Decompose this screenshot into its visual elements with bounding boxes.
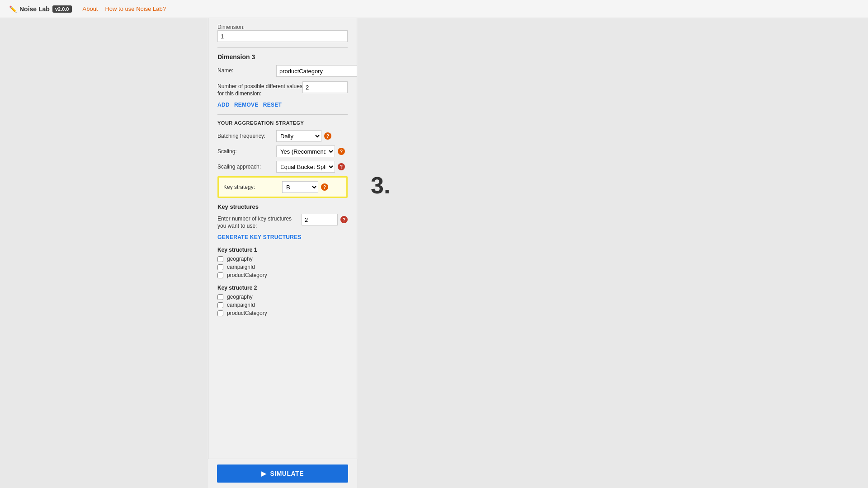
nav-links: About How to use Noise Lab? bbox=[83, 5, 166, 12]
simulate-play-icon: ▶ bbox=[261, 470, 267, 477]
ks1-campaignid-label: campaignId bbox=[227, 264, 255, 270]
simulate-button[interactable]: ▶ SIMULATE bbox=[217, 465, 348, 483]
dimension-top-partial: Dimension: bbox=[217, 23, 348, 42]
divider-2 bbox=[217, 114, 348, 115]
reset-link[interactable]: RESET bbox=[263, 102, 282, 108]
values-label: Number of possible different values for … bbox=[217, 81, 302, 97]
ks1-productcategory-label: productCategory bbox=[227, 272, 267, 278]
pencil-icon: ✏️ bbox=[9, 5, 17, 13]
key-structure-2-block: Key structure 2 geography campaignId pro… bbox=[217, 285, 348, 316]
scaling-approach-row: Scaling approach: Equal Bucket Split ? bbox=[217, 161, 348, 173]
scaling-approach-select[interactable]: Equal Bucket Split bbox=[276, 161, 335, 173]
ks2-productcategory-label: productCategory bbox=[227, 310, 267, 316]
ks2-productcategory-row: productCategory bbox=[217, 310, 348, 316]
batching-help-icon[interactable]: ? bbox=[324, 132, 331, 140]
name-label: Name: bbox=[217, 65, 276, 75]
name-input[interactable] bbox=[276, 65, 357, 77]
ks-count-row: Enter number of key structures you want … bbox=[217, 214, 348, 230]
key-strategy-help-icon[interactable]: ? bbox=[321, 183, 328, 191]
key-structure-1-title: Key structure 1 bbox=[217, 247, 348, 253]
ks2-geography-row: geography bbox=[217, 294, 348, 300]
name-row: Name: bbox=[217, 65, 348, 77]
ks2-campaignid-row: campaignId bbox=[217, 302, 348, 308]
add-link[interactable]: ADD bbox=[217, 102, 230, 108]
aggregation-section: YOUR AGGREGATION STRATEGY Batching frequ… bbox=[217, 120, 348, 198]
ks2-geography-label: geography bbox=[227, 294, 253, 300]
ks2-campaignid-label: campaignId bbox=[227, 302, 255, 308]
key-structures-section: Key structures Enter number of key struc… bbox=[217, 203, 348, 316]
ks2-productcategory-checkbox[interactable] bbox=[217, 310, 223, 316]
batching-label: Batching frequency: bbox=[217, 133, 276, 139]
nav-logo: ✏️ Noise Lab v2.0.0 bbox=[9, 5, 72, 13]
app-name: Noise Lab bbox=[19, 5, 50, 13]
key-strategy-label: Key strategy: bbox=[223, 184, 282, 190]
ks1-campaignid-row: campaignId bbox=[217, 264, 348, 270]
key-structures-title: Key structures bbox=[217, 203, 348, 210]
ks1-campaignid-checkbox[interactable] bbox=[217, 264, 223, 270]
batching-select[interactable]: Daily Weekly Monthly bbox=[276, 130, 321, 142]
page-wrapper: ✏️ Noise Lab v2.0.0 About How to use Noi… bbox=[0, 0, 868, 488]
batching-row: Batching frequency: Daily Weekly Monthly… bbox=[217, 130, 348, 142]
scaling-wrapper: Yes (Recommended) No ? bbox=[276, 145, 345, 157]
ks1-productcategory-row: productCategory bbox=[217, 272, 348, 278]
ks-count-label: Enter number of key structures you want … bbox=[217, 214, 302, 230]
key-strategy-row: Key strategy: A B C ? bbox=[223, 181, 342, 193]
ks1-productcategory-checkbox[interactable] bbox=[217, 272, 223, 278]
how-to-link[interactable]: How to use Noise Lab? bbox=[105, 5, 165, 12]
scaling-approach-help-icon[interactable]: ? bbox=[338, 163, 345, 170]
scaling-approach-wrapper: Equal Bucket Split ? bbox=[276, 161, 345, 173]
dimension-3-title: Dimension 3 bbox=[217, 53, 348, 61]
scaling-row: Scaling: Yes (Recommended) No ? bbox=[217, 145, 348, 157]
values-row: Number of possible different values for … bbox=[217, 81, 348, 97]
top-nav: ✏️ Noise Lab v2.0.0 About How to use Noi… bbox=[0, 0, 868, 18]
main-scroll-area[interactable]: Dimension: Dimension 3 Name: Number of p… bbox=[208, 18, 357, 461]
aggregation-header: YOUR AGGREGATION STRATEGY bbox=[217, 120, 348, 126]
dimension-top-input[interactable] bbox=[217, 30, 348, 42]
values-input[interactable] bbox=[302, 81, 348, 93]
scaling-label: Scaling: bbox=[217, 148, 276, 155]
key-strategy-highlight: Key strategy: A B C ? bbox=[217, 176, 348, 198]
dimension-3-section: Dimension 3 Name: Number of possible dif… bbox=[217, 53, 348, 108]
scaling-help-icon[interactable]: ? bbox=[338, 148, 345, 155]
ks1-geography-row: geography bbox=[217, 256, 348, 262]
ks1-geography-label: geography bbox=[227, 256, 253, 262]
key-strategy-select[interactable]: A B C bbox=[282, 181, 318, 193]
ks1-geography-checkbox[interactable] bbox=[217, 256, 223, 262]
scaling-approach-label: Scaling approach: bbox=[217, 164, 276, 170]
scaling-select[interactable]: Yes (Recommended) No bbox=[276, 145, 335, 157]
annotation-3: 3. bbox=[371, 172, 390, 199]
ks2-geography-checkbox[interactable] bbox=[217, 294, 223, 300]
ks-help-icon[interactable]: ? bbox=[340, 216, 348, 223]
version-badge: v2.0.0 bbox=[52, 5, 72, 13]
divider-1 bbox=[217, 47, 348, 48]
action-links: ADD REMOVE RESET bbox=[217, 102, 348, 108]
ks-count-input[interactable] bbox=[302, 214, 338, 225]
simulate-label: SIMULATE bbox=[270, 470, 304, 477]
generate-key-structures-link[interactable]: GENERATE KEY STRUCTURES bbox=[217, 234, 348, 240]
ks2-campaignid-checkbox[interactable] bbox=[217, 302, 223, 308]
batching-wrapper: Daily Weekly Monthly ? bbox=[276, 130, 331, 142]
key-structure-2-title: Key structure 2 bbox=[217, 285, 348, 291]
key-strategy-wrapper: A B C ? bbox=[282, 181, 328, 193]
remove-link[interactable]: REMOVE bbox=[234, 102, 259, 108]
about-link[interactable]: About bbox=[83, 5, 98, 12]
dim-label: Dimension: bbox=[217, 24, 245, 30]
key-structure-1-block: Key structure 1 geography campaignId pro… bbox=[217, 247, 348, 278]
